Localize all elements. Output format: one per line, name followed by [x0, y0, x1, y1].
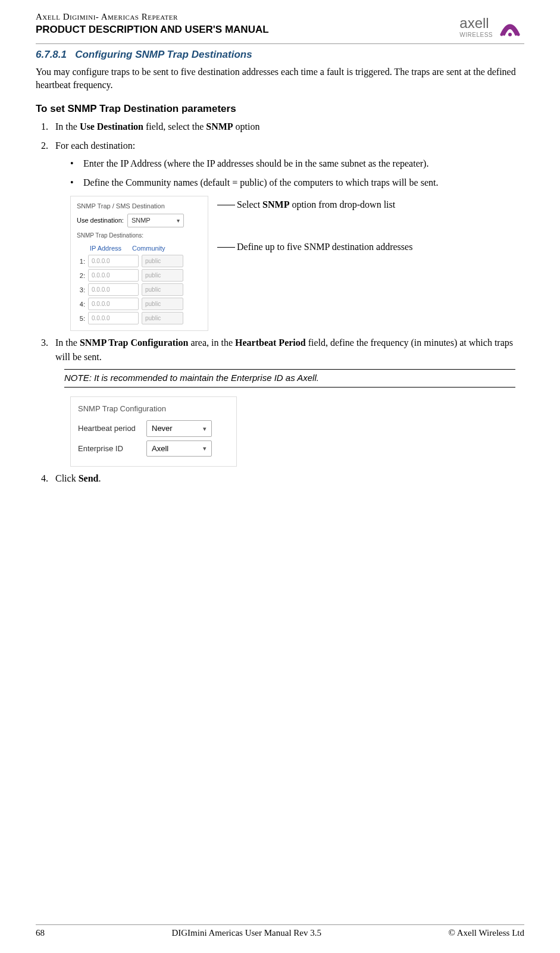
community-input-5[interactable]: public: [142, 312, 183, 324]
step-4: Click Send.: [51, 471, 524, 486]
heartbeat-select[interactable]: Never: [146, 420, 212, 437]
snmp-destination-panel: SNMP Trap / SMS Destination Use destinat…: [70, 196, 208, 332]
procedure-heading: To set SNMP Trap Destination parameters: [36, 103, 524, 115]
procedure-list: In the Use Destination field, select the…: [36, 120, 524, 486]
community-input-4[interactable]: public: [142, 298, 183, 310]
enterprise-label: Enterprise ID: [78, 443, 146, 455]
step-2-sublist: Enter the IP Address (where the IP addre…: [55, 157, 524, 190]
config-title: SNMP Trap Configuration: [78, 403, 229, 415]
ip-input-5[interactable]: 0.0.0.0: [88, 312, 139, 324]
use-destination-select[interactable]: SNMP: [127, 214, 184, 227]
page-footer: 68 DIGImini Americas User Manual Rev 3.5…: [36, 924, 524, 938]
section-number: 6.7.8.1: [36, 49, 67, 60]
step-1: In the Use Destination field, select the…: [51, 120, 524, 134]
dest-row-1: 1: 0.0.0.0 public: [77, 255, 202, 267]
step-2: For each destination: Enter the IP Addre…: [51, 139, 524, 332]
svg-point-0: [508, 33, 512, 36]
intro-paragraph: You may configure traps to be sent to fi…: [36, 65, 524, 92]
axell-logo-icon: [496, 12, 524, 40]
logo-text: axell: [459, 15, 489, 32]
page-header: Axell Digimini- Americas Repeater PRODUC…: [36, 0, 524, 44]
annotation-leader-line: [217, 205, 235, 205]
figure-annotations: Select SNMP option from drop-down list D…: [217, 196, 412, 254]
ip-input-3[interactable]: 0.0.0.0: [88, 283, 139, 296]
header-text: Axell Digimini- Americas Repeater PRODUC…: [36, 12, 459, 36]
community-input-1[interactable]: public: [142, 255, 183, 267]
dest-row-4: 4: 0.0.0.0 public: [77, 298, 202, 310]
annotation-2: Define up to five SNMP destination addre…: [217, 241, 412, 254]
step-2-bullet-1: Enter the IP Address (where the IP addre…: [70, 157, 524, 171]
step-2-bullet-2: Define the Community names (default = pu…: [70, 176, 524, 190]
step-3: In the SNMP Trap Configuration area, in …: [51, 336, 524, 467]
header-line1: Axell Digimini- Americas Repeater: [36, 12, 459, 22]
ip-input-4[interactable]: 0.0.0.0: [88, 298, 139, 310]
logo-subtext: WIRELESS: [459, 32, 493, 38]
enterprise-row: Enterprise ID Axell: [78, 440, 229, 457]
trap-destinations-label: SNMP Trap Destinations:: [77, 231, 202, 240]
heartbeat-row: Heartbeat period Never: [78, 420, 229, 437]
annotation-1: Select SNMP option from drop-down list: [217, 199, 412, 211]
col-community: Community: [132, 243, 165, 254]
use-destination-label: Use destination:: [77, 215, 124, 226]
heartbeat-label: Heartbeat period: [78, 423, 146, 435]
snmp-trap-config-panel: SNMP Trap Configuration Heartbeat period…: [70, 396, 237, 467]
ip-input-2[interactable]: 0.0.0.0: [88, 269, 139, 282]
dest-row-5: 5: 0.0.0.0 public: [77, 312, 202, 324]
community-input-2[interactable]: public: [142, 269, 183, 282]
footer-copyright: © Axell Wireless Ltd: [448, 928, 524, 938]
dest-row-3: 3: 0.0.0.0 public: [77, 283, 202, 296]
panel-title: SNMP Trap / SMS Destination: [77, 201, 202, 211]
section-title: Configuring SNMP Trap Destinations: [75, 49, 252, 60]
figure-snmp-destinations: SNMP Trap / SMS Destination Use destinat…: [70, 196, 524, 332]
ip-input-1[interactable]: 0.0.0.0: [88, 255, 139, 267]
header-line2: PRODUCT DESCRIPTION AND USER'S MANUAL: [36, 24, 459, 36]
section-heading: 6.7.8.1 Configuring SNMP Trap Destinatio…: [36, 49, 524, 61]
annotation-leader-line: [217, 247, 235, 248]
community-input-3[interactable]: public: [142, 283, 183, 296]
logo: axell WIRELESS: [459, 12, 524, 40]
enterprise-select[interactable]: Axell: [146, 440, 212, 457]
page-number: 68: [36, 928, 45, 938]
column-headers: IP Address Community: [90, 243, 202, 254]
note-box: NOTE: It is recommended to maintain the …: [64, 369, 515, 388]
footer-center: DIGImini Americas User Manual Rev 3.5: [171, 928, 321, 938]
col-ip-address: IP Address: [90, 243, 121, 254]
dest-row-2: 2: 0.0.0.0 public: [77, 269, 202, 282]
